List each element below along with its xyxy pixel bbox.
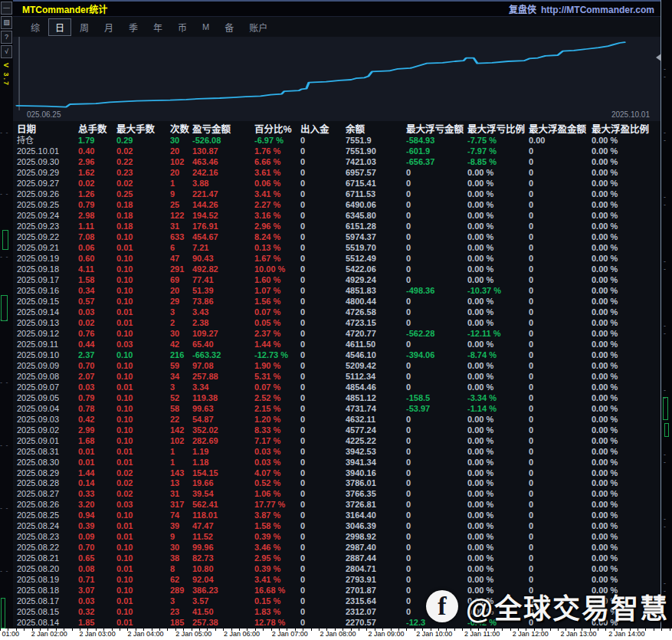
cell-max-float-loss: 0	[406, 382, 467, 392]
table-row[interactable]: 2025.08.200.080.01810.800.39 %02804.7100…	[13, 564, 661, 575]
table-row[interactable]: 2025.08.210.650.103882.732.95 %02887.440…	[13, 553, 661, 564]
tab-6-年[interactable]: 年	[146, 18, 169, 36]
cell-deposit: 0	[300, 372, 346, 382]
col-header-4: 次数	[170, 121, 192, 136]
table-row[interactable]: 2025.09.261.260.259221.473.41 %06711.530…	[13, 189, 661, 200]
table-row[interactable]: 2025.09.140.030.0133.430.07 %04726.5800.…	[13, 307, 661, 318]
cell-max-lots: 0.01	[116, 564, 170, 574]
table-row[interactable]: 2025.09.120.760.1030109.272.37 %04720.77…	[13, 328, 661, 339]
cell-max-float-loss-pct: 0.00 %	[467, 447, 529, 457]
cell-date: 2025.09.17	[17, 275, 78, 285]
table-row[interactable]: 2025.08.190.710.106292.043.41 %02793.910…	[13, 575, 661, 586]
table-row[interactable]: 2025.09.291.620.2320242.163.61 %06957.57…	[13, 168, 661, 179]
cell-max-float-loss: 0	[406, 458, 467, 468]
table-row[interactable]: 2025.08.150.320.102341.501.83 %02312.070…	[13, 607, 661, 618]
table-row[interactable]: 2025.09.090.700.105997.081.90 %05209.420…	[13, 360, 661, 371]
table-row[interactable]: 2025.09.231.110.1831176.912.96 %06151.28…	[13, 222, 661, 232]
cell-pct: 1.83 %	[254, 607, 300, 617]
cell-date: 2025.08.21	[17, 553, 78, 563]
time-axis[interactable]: 2 Jan 01:002 Jan 02:002 Jan 03:002 Jan 0…	[0, 629, 672, 640]
table-row[interactable]: 2025.08.310.010.0111.190.03 %03942.5300.…	[13, 446, 661, 457]
tab-10-账户[interactable]: 账户	[242, 18, 274, 36]
cell-pct: 0.07 %	[254, 307, 300, 317]
table-row[interactable]: 2025.08.291.440.02143154.154.07 %03940.1…	[13, 468, 661, 478]
table-row[interactable]: 2025.09.270.020.0213.880.06 %06715.4100.…	[13, 179, 661, 189]
table-row[interactable]: 2025.09.050.790.1052119.382.52 %04851.12…	[13, 392, 661, 403]
table-row[interactable]: 2025.09.022.990.10142352.028.33 %04577.2…	[13, 425, 661, 435]
check-icon: √	[5, 48, 8, 55]
table-row[interactable]: 2025.08.270.330.023139.541.06 %03766.350…	[13, 489, 661, 500]
cell-pct: 0.39 %	[254, 564, 300, 574]
cell-date: 2025.08.17	[17, 596, 78, 606]
tab-2-日[interactable]: 日	[48, 18, 71, 36]
table-row[interactable]: 2025.09.227.080.10633454.678.24 %05974.3…	[13, 232, 661, 243]
table-row[interactable]: 2025.09.184.110.10291492.8210.00 %05422.…	[13, 264, 661, 275]
table-row[interactable]: 2025.09.242.980.18122194.523.16 %06345.8…	[13, 211, 661, 222]
cell-lots: 0.44	[78, 340, 116, 350]
table-row[interactable]: 2025.08.263.200.03317562.4117.77 %03726.…	[13, 500, 661, 510]
table-row[interactable]: 2025.08.280.140.021319.660.52 %03786.010…	[13, 478, 661, 489]
table-row[interactable]: 2025.09.160.340.102051.391.07 %04851.83-…	[13, 286, 661, 297]
cell-date: 2025.08.20	[17, 564, 78, 574]
confirm-button[interactable]: √	[1, 45, 12, 58]
price-marker-arrow-icon	[656, 54, 661, 61]
tab-8-M[interactable]: M	[195, 20, 216, 34]
table-row[interactable]: 2025.09.302.960.22102463.466.66 %07421.0…	[13, 157, 661, 168]
cell-max-float-loss-pct: 0.00 %	[467, 553, 529, 563]
table-row[interactable]: 持仓1.790.2930-526.08-6.97 %07551.9-584.93…	[13, 136, 661, 146]
cell-pct: 3.46 %	[254, 543, 300, 553]
collapse-button[interactable]: —	[1, 2, 12, 15]
table-row[interactable]: 2025.09.171.580.106977.411.60 %04929.240…	[13, 275, 661, 286]
table-row[interactable]: 2025.09.070.030.0133.340.07 %04854.4600.…	[13, 382, 661, 392]
cell-pnl: 65.40	[192, 340, 254, 350]
table-row[interactable]: 2025.09.011.680.10102282.697.17 %04225.2…	[13, 435, 661, 446]
cell-count: 30	[170, 136, 192, 146]
cell-deposit: 0	[300, 254, 346, 264]
table-row[interactable]: 2025.08.250.940.1074118.013.87 %03164.40…	[13, 510, 661, 521]
cell-balance: 5512.49	[346, 254, 406, 264]
cell-pnl: 492.82	[192, 264, 254, 274]
tab-1-综[interactable]: 综	[24, 18, 47, 36]
cell-max-float-loss: -12.3	[406, 618, 467, 628]
table-row[interactable]: 2025.10.010.400.0220130.871.76 %07551.90…	[13, 146, 661, 157]
table-row[interactable]: 2025.09.040.780.105899.632.15 %04731.74-…	[13, 403, 661, 414]
cell-deposit: 0	[300, 575, 346, 585]
table-row[interactable]: 2025.08.141.850.01185257.3812.78 %02270.…	[13, 618, 661, 629]
table-row[interactable]: 2025.08.240.390.013947.471.58 %03046.390…	[13, 521, 661, 532]
help-button[interactable]: ?	[1, 31, 12, 44]
table-row[interactable]: 2025.09.150.570.102973.861.56 %04800.440…	[13, 297, 661, 307]
table-row[interactable]: 2025.08.300.010.0111.180.03 %03941.3400.…	[13, 457, 661, 468]
table-row[interactable]: 2025.09.110.440.034265.401.44 %04611.500…	[13, 339, 661, 350]
cell-max-float-loss-pct: 0.00 %	[467, 468, 529, 478]
table-row[interactable]: 2025.08.183.070.10289386.2316.68 %02701.…	[13, 586, 661, 596]
table-row[interactable]: 2025.08.170.030.0133.570.15 %02315.6400.…	[13, 596, 661, 607]
brand-url-link[interactable]: http://MTCommander.com	[541, 5, 654, 15]
table-row[interactable]: 2025.08.220.700.103099.963.46 %02987.400…	[13, 543, 661, 553]
candlestick-fragment	[2, 230, 8, 250]
tab-3-周[interactable]: 周	[73, 18, 96, 36]
pattern-button[interactable]: ▨	[1, 16, 12, 29]
cell-deposit: 0	[300, 543, 346, 553]
cell-max-float-profit-pct: 0.00 %	[592, 596, 661, 606]
cell-max-float-loss-pct: 0.00 %	[467, 275, 529, 285]
tab-7-币[interactable]: 币	[171, 18, 194, 36]
statistics-table: 持仓1.790.2930-526.08-6.97 %07551.9-584.93…	[13, 136, 661, 629]
cell-balance: 4800.44	[346, 297, 406, 307]
tab-9-备[interactable]: 备	[218, 18, 241, 36]
cell-lots: 0.65	[78, 553, 116, 563]
table-row[interactable]: 2025.08.230.090.01911.520.39 %02998.9200…	[13, 532, 661, 543]
table-row[interactable]: 2025.09.250.790.1825144.262.27 %06490.06…	[13, 200, 661, 211]
table-row[interactable]: 2025.09.030.420.102254.871.20 %04632.110…	[13, 414, 661, 425]
table-row[interactable]: 2025.09.190.600.104790.431.67 %05512.490…	[13, 254, 661, 264]
cell-date: 2025.08.31	[17, 447, 78, 457]
tab-5-季[interactable]: 季	[122, 18, 145, 36]
table-row[interactable]: 2025.09.082.070.1034257.885.31 %05112.34…	[13, 371, 661, 382]
table-row[interactable]: 2025.09.130.020.0122.380.05 %04723.1500.…	[13, 317, 661, 328]
panel-titlebar[interactable]: MTCommander统计 复盘侠http://MTCommander.com	[13, 2, 661, 17]
tab-4-月[interactable]: 月	[97, 18, 120, 36]
candlestick-fragment	[1, 598, 5, 629]
table-row[interactable]: 2025.09.102.370.10216-663.32-12.73 %0454…	[13, 350, 661, 360]
equity-curve-chart[interactable]	[13, 37, 661, 110]
cell-max-float-loss-pct: 0.00 %	[467, 436, 529, 446]
table-row[interactable]: 2025.09.210.060.0167.210.13 %05519.7000.…	[13, 243, 661, 254]
